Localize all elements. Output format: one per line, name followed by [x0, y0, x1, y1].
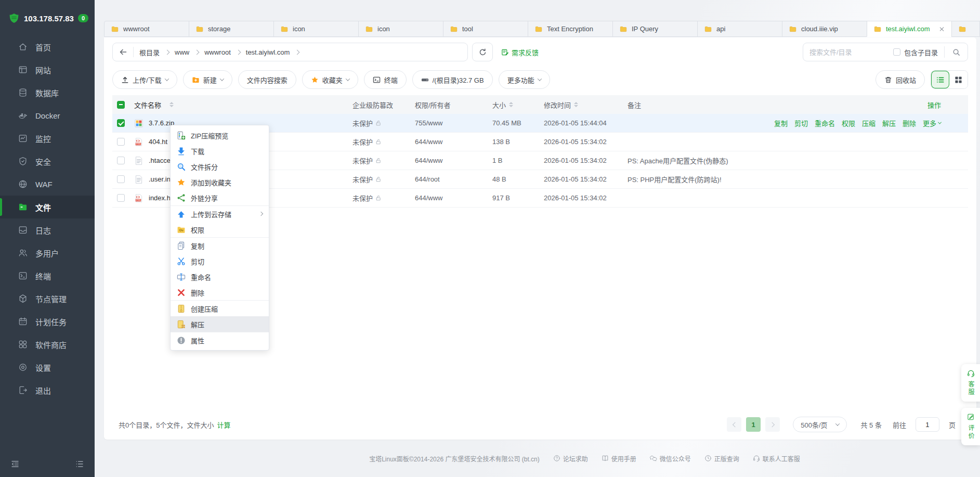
lock-open-icon[interactable]	[375, 139, 382, 145]
list-view-button[interactable]	[931, 71, 949, 88]
search-button[interactable]	[945, 43, 968, 61]
menu-item-extract[interactable]: 解压	[171, 316, 269, 332]
file-name[interactable]: .htacce	[149, 157, 171, 164]
search-input[interactable]	[803, 48, 893, 56]
footer-link[interactable]: 联系人工客服	[753, 454, 800, 463]
floating-kefu-button[interactable]: 客服	[961, 364, 980, 402]
sidebar-item-logout[interactable]: 退出	[0, 379, 95, 402]
sidebar-item-users[interactable]: 多用户	[0, 241, 95, 264]
breadcrumb-item[interactable]: test.aiyiwl.com	[246, 48, 290, 56]
footer-link[interactable]: 微信公众号	[650, 454, 691, 463]
content-search-button[interactable]: 文件内容搜索	[238, 70, 296, 89]
menu-item-permission[interactable]: 权限	[171, 222, 269, 237]
menu-item-cloud-upload[interactable]: 上传到云存储	[171, 206, 269, 222]
sidebar-item-docker[interactable]: Docker	[0, 104, 95, 127]
row-action-delete[interactable]: 删除	[903, 118, 916, 128]
row-checkbox[interactable]	[117, 175, 125, 183]
path-tab-9[interactable]: test.aiyiwl.com	[867, 21, 952, 37]
sort-icon[interactable]	[169, 102, 174, 107]
sidebar-item-monitor[interactable]: 监控	[0, 127, 95, 150]
calc-size-link[interactable]: 计算	[217, 420, 230, 430]
path-tab-partial[interactable]	[951, 21, 980, 37]
row-action-permission[interactable]: 权限	[842, 118, 855, 128]
menu-item-zip-preview[interactable]: ZIP压缩预览	[171, 127, 269, 143]
lock-open-icon[interactable]	[375, 158, 382, 164]
menu-item-download[interactable]: 下载	[171, 143, 269, 159]
grid-view-button[interactable]	[949, 71, 968, 88]
close-icon[interactable]	[939, 26, 945, 32]
breadcrumb-item[interactable]: www	[175, 48, 189, 56]
menu-item-copy[interactable]: 复制	[171, 238, 269, 253]
server-info[interactable]: 103.178.57.83 0	[0, 0, 95, 30]
breadcrumb-item[interactable]: 根目录	[139, 47, 160, 57]
menu-item-favorite-add[interactable]: 添加到收藏夹	[171, 174, 269, 190]
row-checkbox[interactable]	[117, 194, 125, 202]
new-button[interactable]: 新建	[183, 70, 232, 89]
path-tab-4[interactable]: tool	[443, 21, 528, 37]
breadcrumb-item[interactable]: wwwroot	[204, 48, 231, 56]
include-subdir-option[interactable]: 包含子目录	[893, 47, 944, 57]
row-action-compress[interactable]: 压缩	[862, 118, 876, 128]
menu-item-rename[interactable]: 重命名	[171, 269, 269, 285]
sidebar-item-nodes[interactable]: 节点管理	[0, 287, 95, 310]
col-header-size[interactable]: 大小	[492, 100, 506, 110]
path-tab-3[interactable]: icon	[358, 21, 443, 37]
page-size-select[interactable]: 500条/页	[793, 417, 846, 432]
path-tab-1[interactable]: storage	[189, 21, 274, 37]
path-tab-5[interactable]: Text Encryption	[528, 21, 613, 37]
menu-item-compress[interactable]: 创建压缩	[171, 301, 269, 316]
lock-open-icon[interactable]	[375, 176, 382, 183]
sidebar-item-waf[interactable]: WAF	[0, 173, 95, 196]
collapse-sidebar-icon[interactable]	[10, 459, 20, 469]
sidebar-item-security[interactable]: 安全	[0, 150, 95, 173]
col-header-name[interactable]: 文件名称	[134, 100, 161, 110]
path-tab-7[interactable]: api	[697, 21, 782, 37]
include-subdir-checkbox[interactable]	[893, 48, 900, 56]
sidebar-item-appstore[interactable]: 软件商店	[0, 333, 95, 356]
sidebar-item-cron[interactable]: 计划任务	[0, 310, 95, 333]
upload-download-button[interactable]: 上传/下载	[112, 70, 177, 89]
row-checkbox[interactable]	[117, 119, 125, 127]
footer-link[interactable]: 使用手册	[602, 454, 636, 463]
row-action-cut[interactable]: 剪切	[794, 118, 808, 128]
col-header-mtime[interactable]: 修改时间	[544, 100, 571, 110]
menu-item-file-split[interactable]: 文件拆分	[171, 159, 269, 174]
back-arrow-icon[interactable]	[119, 48, 127, 56]
goto-page-input[interactable]	[916, 417, 939, 432]
disk-usage-button[interactable]: /(根目录)32.7 GB	[412, 70, 493, 89]
menu-item-properties[interactable]: 属性	[171, 332, 269, 348]
path-tab-0[interactable]: wwwroot	[104, 21, 189, 37]
path-tab-8[interactable]: cloud.iiie.vip	[782, 21, 867, 37]
more-features-button[interactable]: 更多功能	[499, 70, 550, 89]
sidebar-item-logs[interactable]: 日志	[0, 218, 95, 241]
row-action-more[interactable]: 更多	[923, 118, 941, 128]
row-action-rename[interactable]: 重命名	[815, 118, 835, 128]
select-all-checkbox[interactable]	[117, 101, 125, 109]
sidebar-item-website[interactable]: 网站	[0, 58, 95, 81]
refresh-button[interactable]	[472, 43, 493, 61]
lock-open-icon[interactable]	[375, 120, 382, 126]
menu-item-share[interactable]: 外链分享	[171, 190, 269, 205]
footer-link[interactable]: 正版查询	[704, 454, 739, 463]
path-tab-6[interactable]: IP Query	[612, 21, 698, 37]
menu-item-cut[interactable]: 剪切	[171, 253, 269, 269]
sidebar-item-home[interactable]: 首页	[0, 35, 95, 58]
row-action-extract[interactable]: 解压	[882, 118, 896, 128]
footer-link[interactable]: 论坛求助	[553, 454, 588, 463]
menu-list-icon[interactable]	[75, 459, 84, 469]
file-name[interactable]: .user.in	[149, 175, 171, 183]
sort-icon[interactable]	[509, 102, 513, 107]
floating-rate-button[interactable]: 评价	[961, 408, 980, 445]
message-count-badge[interactable]: 0	[78, 14, 88, 22]
row-action-copy[interactable]: 复制	[774, 118, 788, 128]
file-name[interactable]: index.h	[149, 194, 171, 202]
row-checkbox[interactable]	[117, 138, 125, 146]
lock-open-icon[interactable]	[375, 195, 382, 201]
row-checkbox[interactable]	[117, 157, 125, 164]
sidebar-item-files[interactable]: 文件	[0, 196, 95, 218]
favorites-button[interactable]: 收藏夹	[302, 70, 358, 89]
menu-item-delete[interactable]: 删除	[171, 285, 269, 300]
sidebar-item-settings[interactable]: 设置	[0, 356, 95, 379]
terminal-button[interactable]: 终端	[364, 70, 407, 89]
sidebar-item-database[interactable]: 数据库	[0, 81, 95, 104]
